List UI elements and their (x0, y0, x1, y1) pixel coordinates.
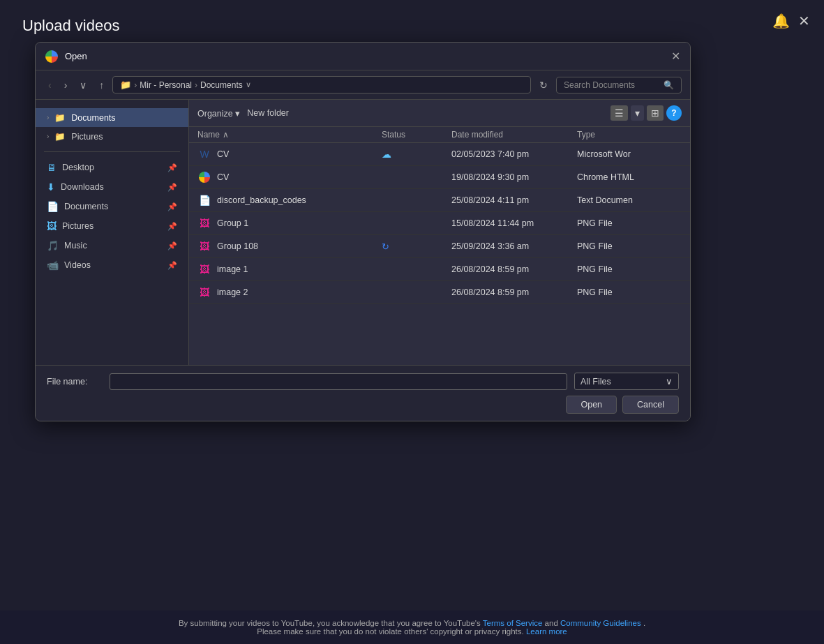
sidebar-label-pictures-quick: Pictures (62, 221, 93, 231)
sidebar-divider (44, 151, 180, 152)
file-toolbar: Organize ▾ New folder ☰ ▾ ⊞ ? (189, 100, 690, 127)
file-name-cell-group1: 🖼 Group 1 (197, 216, 382, 230)
pin-icon-videos: 📌 (167, 261, 177, 270)
expand-icon: › (47, 114, 49, 121)
file-name-cv-word: CV (217, 149, 229, 159)
guidelines-link[interactable]: Community Guidelines (560, 619, 641, 627)
file-type-label: All Files (580, 377, 611, 387)
dialog-title: Open (65, 51, 664, 61)
sidebar-quick-access: 🖥 Desktop 📌 ⬇ Downloads 📌 📄 Documents (36, 156, 188, 276)
pin-icon-documents: 📌 (167, 202, 177, 211)
file-name-cell: W CV (197, 147, 382, 161)
breadcrumb-separator-2: › (195, 80, 197, 90)
cloud-icon: ☁ (382, 149, 391, 160)
dialog-close-button[interactable]: ✕ (671, 50, 680, 63)
upload-title: Upload videos (22, 17, 802, 35)
file-type-image1: PNG File (577, 264, 682, 274)
view-icons: ☰ ▾ ⊞ ? (610, 105, 682, 121)
sidebar-item-music[interactable]: 🎵 Music 📌 (36, 236, 188, 255)
help-button[interactable]: ? (666, 105, 682, 121)
sidebar-item-pictures-quick[interactable]: 🖼 Pictures 📌 (36, 216, 188, 236)
dialog-titlebar: Open ✕ (36, 43, 690, 70)
sidebar-item-videos[interactable]: 📹 Videos 📌 (36, 255, 188, 275)
file-status-sync: ↻ (382, 241, 451, 252)
file-row-image1[interactable]: 🖼 image 1 26/08/2024 8:59 pm PNG File (189, 258, 690, 281)
col-status[interactable]: Status (382, 130, 451, 140)
file-date-cv-word: 02/05/2023 7:40 pm (451, 149, 577, 159)
chrome-logo-icon (45, 50, 58, 63)
dialog-main: › 📁 Documents › 📁 Pictures (36, 100, 690, 365)
breadcrumb-bar[interactable]: 📁 › Mir - Personal › Documents ∨ (112, 76, 531, 93)
sidebar-item-downloads[interactable]: ⬇ Downloads 📌 (36, 177, 188, 197)
sync-icon: ↻ (382, 241, 389, 252)
file-status-cloud: ☁ (382, 149, 451, 160)
breadcrumb-separator-1: › (134, 80, 137, 90)
file-type-group1: PNG File (577, 218, 682, 228)
learn-more-link[interactable]: Learn more (526, 627, 567, 636)
upload-overlay: Upload videos 🔔 ✕ Open ✕ ‹ › ∨ ↑ 📁 › (0, 0, 824, 644)
dialog-bottom: File name: All Files ∨ Open Cancel (36, 365, 690, 421)
file-type-dropdown[interactable]: All Files ∨ (574, 373, 679, 390)
file-row-cv-chrome[interactable]: CV 19/08/2024 9:30 pm Chrome HTML (189, 166, 690, 189)
breadcrumb-documents: Documents (200, 80, 243, 90)
file-row-group1[interactable]: 🖼 Group 1 15/08/2024 11:44 pm PNG File (189, 212, 690, 235)
new-folder-label: New folder (247, 108, 289, 118)
notification-button[interactable]: 🔔 (772, 13, 790, 29)
col-date[interactable]: Date modified (451, 130, 577, 140)
nav-up-button[interactable]: ↑ (95, 77, 108, 93)
disclaimer-text-4: Please make sure that you do not violate… (257, 627, 526, 636)
search-bar[interactable]: Search Documents 🔍 (556, 77, 682, 93)
refresh-button[interactable]: ↻ (535, 77, 552, 93)
col-status-label: Status (382, 130, 405, 140)
sidebar-item-documents[interactable]: › 📁 Documents (36, 108, 188, 127)
folder-icon-documents: 📁 (54, 112, 66, 123)
close-upload-button[interactable]: ✕ (798, 13, 810, 29)
file-name-group108: Group 108 (217, 241, 258, 251)
nav-back-button[interactable]: ‹ (44, 77, 56, 93)
file-name-image2: image 2 (217, 287, 248, 297)
file-date-image1: 26/08/2024 8:59 pm (451, 264, 577, 274)
sidebar-item-desktop[interactable]: 🖥 Desktop 📌 (36, 158, 188, 177)
sort-icon: ∧ (223, 130, 229, 140)
file-date-group108: 25/09/2024 3:36 am (451, 241, 577, 251)
sidebar-item-documents-quick[interactable]: 📄 Documents 📌 (36, 197, 188, 216)
col-name[interactable]: Name ∧ (197, 130, 382, 140)
file-name-image1: image 1 (217, 264, 248, 274)
downloads-icon: ⬇ (47, 181, 55, 193)
sidebar-label-downloads: Downloads (61, 182, 104, 192)
file-open-dialog: Open ✕ ‹ › ∨ ↑ 📁 › Mir - Personal › Docu… (35, 42, 691, 421)
cancel-button[interactable]: Cancel (622, 396, 679, 414)
txt-file-icon: 📄 (197, 193, 211, 207)
organize-button[interactable]: Organize ▾ (197, 108, 240, 119)
breadcrumb-expand-button[interactable]: ∨ (246, 80, 251, 89)
details-view-button[interactable]: ⊞ (647, 105, 664, 121)
desktop-icon: 🖥 (47, 162, 57, 173)
nav-dropdown-button[interactable]: ∨ (75, 77, 91, 93)
nav-forward-button[interactable]: › (60, 77, 72, 93)
view-dropdown-button[interactable]: ▾ (631, 105, 644, 121)
file-row-cv-word[interactable]: W CV ☁ 02/05/2023 7:40 pm Microsoft Wor (189, 143, 690, 166)
list-view-button[interactable]: ☰ (610, 105, 628, 121)
sidebar-item-pictures[interactable]: › 📁 Pictures (36, 127, 188, 146)
file-row-group108[interactable]: 🖼 Group 108 ↻ 25/09/2024 3:36 am PNG Fil… (189, 235, 690, 258)
word-file-icon: W (197, 147, 211, 161)
col-type[interactable]: Type (577, 130, 682, 140)
file-row-image2[interactable]: 🖼 image 2 26/08/2024 8:59 pm PNG File (189, 281, 690, 304)
png-file-icon-1: 🖼 (197, 216, 211, 230)
search-nav-placeholder: Search Documents (564, 80, 635, 90)
png-file-icon-3: 🖼 (197, 262, 211, 276)
tos-link[interactable]: Terms of Service (483, 619, 543, 627)
upload-header-icons: 🔔 ✕ (772, 13, 810, 29)
file-name-cv-chrome: CV (217, 172, 229, 182)
new-folder-button[interactable]: New folder (247, 108, 289, 118)
file-name-cell-image1: 🖼 image 1 (197, 262, 382, 276)
pin-icon-downloads: 📌 (167, 183, 177, 192)
expand-icon-pictures: › (47, 133, 49, 140)
file-row-discord[interactable]: 📄 discord_backup_codes 25/08/2024 4:11 p… (189, 189, 690, 212)
search-nav-icon: 🔍 (664, 80, 674, 90)
organize-label: Organize ▾ (197, 108, 240, 119)
open-button[interactable]: Open (566, 396, 617, 414)
file-name-input[interactable] (110, 373, 567, 390)
col-type-label: Type (577, 130, 595, 140)
dropdown-chevron-icon: ∨ (666, 376, 673, 387)
